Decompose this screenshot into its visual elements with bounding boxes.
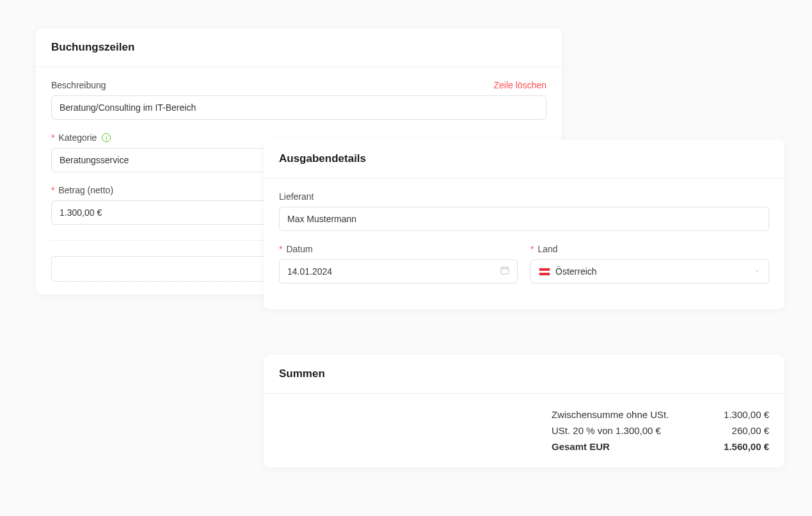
vat-value: 260,00 €	[705, 425, 769, 436]
amount-label: Betrag (netto)	[58, 185, 113, 195]
expense-details-body: Lieferant * Datum	[264, 179, 784, 309]
delete-line-button[interactable]: Zeile löschen	[494, 80, 547, 90]
supplier-label: Lieferant	[279, 191, 314, 202]
vat-row: USt. 20 % von 1.300,00 € 260,00 €	[552, 423, 769, 439]
description-field-group: Beschreibung Zeile löschen	[51, 80, 546, 120]
totals-header: Summen	[264, 355, 784, 394]
country-value: Österreich	[555, 266, 597, 277]
totals-card: Summen Zwischensumme ohne USt. 1.300,00 …	[264, 355, 784, 467]
description-input[interactable]	[51, 95, 546, 120]
date-field-group: * Datum	[279, 244, 518, 284]
required-mark-icon: *	[51, 185, 54, 195]
country-field-group: * Land Österreich	[530, 244, 769, 284]
booking-lines-title: Buchungszeilen	[51, 41, 546, 54]
info-icon[interactable]: i	[102, 133, 111, 142]
date-input[interactable]	[279, 259, 518, 284]
required-mark-icon: *	[279, 244, 282, 254]
expense-details-card: Ausgabendetails Lieferant * Datum	[264, 140, 784, 309]
totals-title: Summen	[279, 367, 769, 380]
supplier-input[interactable]	[279, 207, 769, 231]
total-value: 1.560,00 €	[705, 441, 769, 452]
required-mark-icon: *	[51, 133, 54, 143]
totals-body: Zwischensumme ohne USt. 1.300,00 € USt. …	[264, 394, 784, 467]
category-label: Kategorie	[58, 133, 97, 143]
booking-lines-header: Buchungszeilen	[36, 28, 562, 67]
expense-details-title: Ausgabendetails	[279, 152, 769, 165]
subtotal-row: Zwischensumme ohne USt. 1.300,00 €	[552, 407, 769, 423]
expense-details-header: Ausgabendetails	[264, 140, 784, 179]
required-mark-icon: *	[530, 244, 534, 254]
country-label: Land	[537, 244, 557, 254]
austria-flag-icon	[539, 268, 550, 276]
supplier-field-group: Lieferant	[279, 191, 769, 231]
subtotal-label: Zwischensumme ohne USt.	[552, 409, 705, 420]
subtotal-value: 1.300,00 €	[705, 409, 769, 420]
country-select[interactable]: Österreich	[530, 259, 769, 284]
total-label: Gesamt EUR	[552, 441, 705, 452]
description-label: Beschreibung	[51, 80, 106, 90]
vat-label: USt. 20 % von 1.300,00 €	[552, 425, 705, 436]
total-row: Gesamt EUR 1.560,00 €	[552, 439, 769, 455]
date-label: Datum	[286, 244, 312, 254]
chevron-down-icon	[753, 266, 761, 277]
